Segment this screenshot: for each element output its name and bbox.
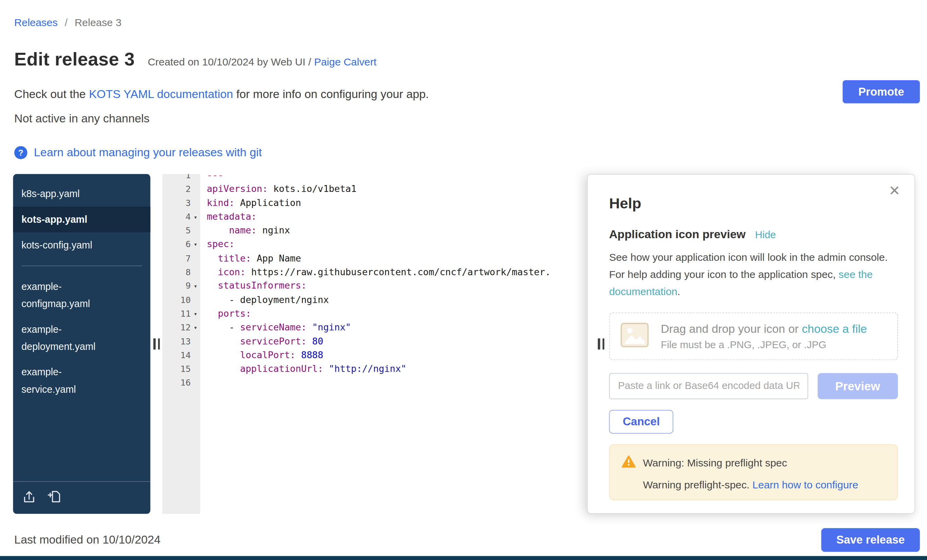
code-line[interactable]: --- — [207, 174, 587, 183]
code-line[interactable]: applicationUrl: "http://nginx" — [207, 363, 587, 376]
gutter-line: 10 — [162, 293, 200, 307]
preflight-warning-box: Warning: Missing preflight spec Warning … — [609, 445, 898, 500]
fold-caret-icon: ▾ — [191, 279, 200, 293]
app-root: Releases / Release 3 Edit release 3 Crea… — [0, 0, 927, 560]
icon-dropzone[interactable]: Drag and drop your icon or choose a file… — [609, 313, 898, 360]
image-placeholder-icon — [620, 322, 649, 350]
close-icon[interactable]: ✕ — [889, 184, 900, 198]
doc-line: Check out the KOTS YAML documentation fo… — [14, 87, 429, 101]
yaml-editor[interactable]: 1234▾56▾789▾1011▾12▾13141516 ---apiVersi… — [162, 174, 587, 514]
doc-suffix: for more info on configuring your app. — [233, 87, 429, 100]
breadcrumb-separator: / — [65, 17, 68, 29]
file-groups: k8s-app.yamlkots-app.yamlkots-config.yam… — [13, 181, 150, 402]
code-line[interactable]: title: App Name — [207, 252, 587, 266]
gutter-line: 1 — [162, 174, 200, 183]
fold-caret-icon: ▾ — [191, 307, 200, 321]
code-line[interactable]: kind: Application — [207, 196, 587, 210]
created-text: Created on 10/10/2024 by Web UI / — [148, 56, 314, 68]
git-help-row: ? Learn about managing your releases wit… — [14, 146, 262, 159]
code-line[interactable]: icon: https://raw.githubusercontent.com/… — [207, 266, 587, 279]
warning-body-text: Warning preflight-spec. — [643, 479, 752, 491]
file-item-example-service-yaml[interactable]: example-service.yaml — [13, 360, 150, 402]
upload-file-icon[interactable] — [21, 489, 37, 504]
breadcrumb-current: Release 3 — [75, 17, 122, 29]
file-item-kots-app-yaml[interactable]: kots-app.yaml — [13, 206, 150, 232]
preview-button[interactable]: Preview — [817, 373, 898, 399]
gutter-line[interactable]: 6▾ — [162, 238, 200, 252]
desc-suffix: . — [678, 286, 680, 298]
gutter-line: 14 — [162, 349, 200, 362]
created-by-link[interactable]: Paige Calvert — [314, 56, 377, 68]
warning-title-row: Warning: Missing preflight spec — [622, 455, 886, 471]
warning-icon — [622, 455, 636, 471]
code-line[interactable] — [207, 376, 587, 390]
breadcrumb-releases-link[interactable]: Releases — [14, 17, 58, 29]
help-title: Help — [609, 195, 898, 212]
dropzone-text-block: Drag and drop your icon or choose a file… — [661, 322, 867, 351]
gutter-line[interactable]: 4▾ — [162, 210, 200, 224]
warning-title: Warning: Missing preflight spec — [643, 457, 787, 469]
help-panel-resize-handle[interactable] — [598, 338, 605, 349]
code-line[interactable]: apiVersion: kots.io/v1beta1 — [207, 183, 587, 196]
gutter-line: 13 — [162, 335, 200, 349]
gutter-line: 7 — [162, 252, 200, 266]
dropzone-hint: File must be a .PNG, .JPEG, or .JPG — [661, 339, 867, 351]
promote-button[interactable]: Promote — [843, 80, 920, 103]
code-line[interactable]: statusInformers: — [207, 279, 587, 293]
file-item-k8s-app-yaml[interactable]: k8s-app.yaml — [13, 181, 150, 207]
gutter-line[interactable]: 9▾ — [162, 279, 200, 293]
editor-gutter-column: 1234▾56▾789▾1011▾12▾13141516 — [162, 174, 200, 514]
code-line[interactable]: localPort: 8888 — [207, 349, 587, 362]
gutter-line: 2 — [162, 183, 200, 196]
code-line[interactable]: name: nginx — [207, 224, 587, 238]
gutter-line: 16 — [162, 376, 200, 390]
sidebar-resize-handle[interactable] — [153, 338, 160, 349]
help-panel: ✕ Help Application icon preview Hide See… — [587, 174, 915, 514]
editor-code-column[interactable]: ---apiVersion: kots.io/v1beta1kind: Appl… — [200, 174, 587, 514]
gutter-line: 8 — [162, 266, 200, 279]
add-file-icon[interactable] — [46, 489, 62, 504]
code-line[interactable]: spec: — [207, 238, 587, 252]
file-group-divider — [21, 266, 142, 266]
gutter-line: 5 — [162, 224, 200, 238]
last-modified-text: Last modified on 10/10/2024 — [14, 533, 161, 546]
title-row: Edit release 3 Created on 10/10/2024 by … — [14, 49, 377, 70]
gutter-line: 3 — [162, 196, 200, 210]
edit-release-page: Releases / Release 3 Edit release 3 Crea… — [0, 0, 927, 560]
cancel-button[interactable]: Cancel — [609, 410, 674, 434]
git-releases-link[interactable]: Learn about managing your releases with … — [34, 146, 262, 159]
file-item-example-deployment-yaml[interactable]: example-deployment.yaml — [13, 317, 150, 360]
code-line[interactable]: - deployment/nginx — [207, 293, 587, 307]
page-title: Edit release 3 — [14, 49, 135, 70]
file-sidebar: k8s-app.yamlkots-app.yamlkots-config.yam… — [13, 174, 150, 514]
icon-url-row: Preview — [609, 373, 898, 399]
release-editor-workspace: k8s-app.yamlkots-app.yamlkots-config.yam… — [0, 174, 927, 514]
gutter-line[interactable]: 11▾ — [162, 307, 200, 321]
gutter-line[interactable]: 12▾ — [162, 321, 200, 334]
fold-caret-icon: ▾ — [191, 321, 200, 334]
bottom-bar — [0, 556, 927, 560]
configure-preflight-link[interactable]: Learn how to configure — [752, 479, 859, 491]
code-line[interactable]: - serviceName: "nginx" — [207, 321, 587, 334]
icon-preview-header: Application icon preview Hide — [609, 228, 898, 241]
icon-preview-title: Application icon preview — [609, 228, 746, 241]
icon-preview-description: See how your application icon will look … — [609, 249, 889, 300]
fold-caret-icon: ▾ — [191, 238, 200, 252]
kots-yaml-doc-link[interactable]: KOTS YAML documentation — [89, 87, 233, 100]
editor-gutter: 1234▾56▾789▾1011▾12▾13141516 — [162, 174, 200, 390]
gutter-line: 15 — [162, 363, 200, 376]
file-item-example-configmap-yaml[interactable]: example-configmap.yaml — [13, 274, 150, 317]
code-line[interactable]: ports: — [207, 307, 587, 321]
sidebar-footer — [13, 481, 150, 514]
fold-caret-icon: ▾ — [191, 210, 200, 224]
save-release-button[interactable]: Save release — [821, 528, 920, 552]
hide-link[interactable]: Hide — [755, 229, 776, 241]
dropzone-prefix: Drag and drop your icon or — [661, 322, 801, 335]
dropzone-text: Drag and drop your icon or choose a file — [661, 322, 867, 335]
choose-file-link[interactable]: choose a file — [802, 322, 867, 335]
doc-prefix: Check out the — [14, 87, 89, 100]
file-item-kots-config-yaml[interactable]: kots-config.yaml — [13, 232, 150, 258]
code-line[interactable]: servicePort: 80 — [207, 335, 587, 349]
code-line[interactable]: metadata: — [207, 210, 587, 224]
icon-url-input[interactable] — [609, 373, 808, 399]
